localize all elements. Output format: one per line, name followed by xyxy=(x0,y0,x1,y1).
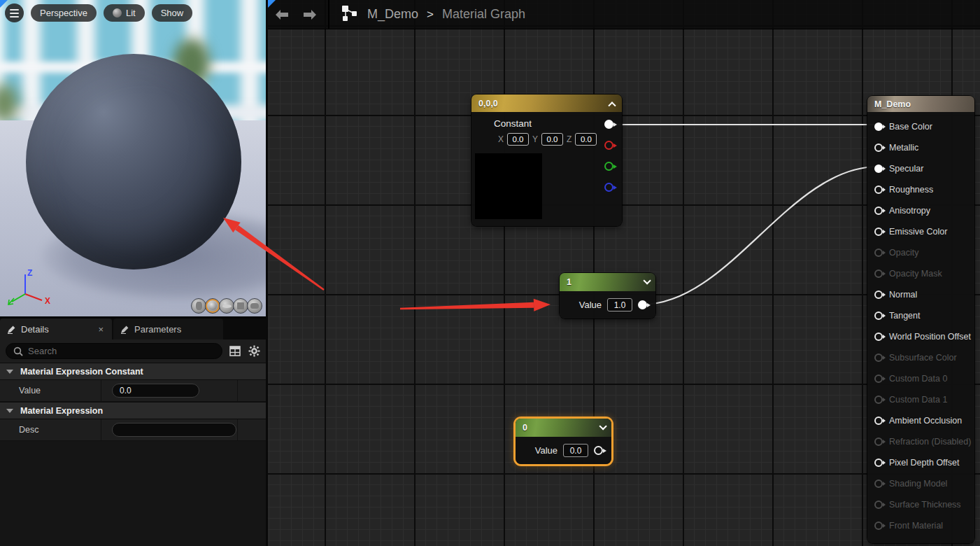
node-header[interactable]: 1 xyxy=(560,273,655,291)
material-pin-custom-data-0[interactable]: Custom Data 0 xyxy=(874,368,974,389)
value-input[interactable]: 0.0 xyxy=(563,444,588,457)
forward-button[interactable] xyxy=(296,0,324,29)
input-pin-icon[interactable] xyxy=(874,396,883,404)
desc-input[interactable] xyxy=(112,423,236,437)
input-pin-icon[interactable] xyxy=(874,227,883,236)
input-pin-icon[interactable] xyxy=(874,374,883,383)
pin-label: Roughness xyxy=(889,185,933,195)
material-pin-shading-model[interactable]: Shading Model xyxy=(874,473,974,494)
material-pin-opacity[interactable]: Opacity xyxy=(874,242,974,263)
pin-label: Ambient Occlusion xyxy=(889,416,962,426)
viewport-menu-button[interactable] xyxy=(5,4,24,22)
x-value-input[interactable]: 0.0 xyxy=(507,133,529,146)
input-pin-icon[interactable] xyxy=(874,522,883,530)
tab-parameters[interactable]: Parameters xyxy=(113,318,223,340)
material-pin-roughness[interactable]: Roughness xyxy=(874,179,974,200)
perspective-button[interactable]: Perspective xyxy=(31,4,97,22)
output-pin[interactable] xyxy=(638,300,647,309)
input-pin-icon[interactable] xyxy=(874,438,883,446)
input-pin-icon[interactable] xyxy=(874,312,883,320)
shape-button-sphere[interactable] xyxy=(205,298,220,314)
node-constant-0-selected[interactable]: 0 Value 0.0 xyxy=(516,419,611,464)
chevron-down-icon[interactable] xyxy=(599,422,606,430)
node-header[interactable]: 0 xyxy=(516,419,611,437)
axis-gizmo: Z X xyxy=(6,266,56,307)
search-box[interactable] xyxy=(6,343,222,359)
node-header[interactable]: 0,0,0 xyxy=(471,94,622,112)
axis-x-label: X xyxy=(45,296,50,306)
input-pin-icon[interactable] xyxy=(874,332,883,341)
material-pin-ambient-occlusion[interactable]: Ambient Occlusion xyxy=(874,410,974,431)
input-pin-icon[interactable] xyxy=(874,458,883,467)
settings-gear-icon[interactable] xyxy=(248,345,260,358)
input-pin-icon[interactable] xyxy=(874,206,883,215)
pin-label: Custom Data 1 xyxy=(889,395,947,405)
y-value-input[interactable]: 0.0 xyxy=(541,133,563,146)
material-pin-subsurface-color[interactable]: Subsurface Color xyxy=(874,347,974,368)
shape-button-cylinder[interactable] xyxy=(191,298,206,314)
input-pin-icon[interactable] xyxy=(874,144,883,152)
chevron-down-icon[interactable] xyxy=(643,276,651,284)
input-pin-icon[interactable] xyxy=(874,270,883,278)
axis-z-label: Z xyxy=(27,268,32,278)
material-pin-tangent[interactable]: Tangent xyxy=(874,305,974,326)
input-pin-icon[interactable] xyxy=(874,122,883,131)
pin-label: Opacity xyxy=(889,248,918,258)
input-pin-icon[interactable] xyxy=(874,500,883,509)
input-pin-icon[interactable] xyxy=(874,186,883,194)
output-pin-g[interactable] xyxy=(604,162,613,171)
material-pin-anisotropy[interactable]: Anisotropy xyxy=(874,200,974,221)
node-constant-1[interactable]: 1 Value 1.0 xyxy=(560,273,655,318)
property-label: Value xyxy=(0,380,101,401)
node-material-result[interactable]: M_Demo Base ColorMetallicSpecularRoughne… xyxy=(867,96,974,543)
material-editor-window: Perspective Lit Show Z X xyxy=(0,0,980,546)
input-pin-icon[interactable] xyxy=(874,354,883,362)
material-graph-canvas[interactable]: M_Demo > Material Graph 0,0,0 Constant X… xyxy=(268,0,980,546)
material-pin-metallic[interactable]: Metallic xyxy=(874,137,974,158)
value-input[interactable]: 0.0 xyxy=(112,384,199,398)
material-pin-base-color[interactable]: Base Color xyxy=(874,116,974,137)
input-pin-icon[interactable] xyxy=(874,290,883,299)
material-pin-refraction-disabled-[interactable]: Refraction (Disabled) xyxy=(874,431,974,452)
output-pin[interactable] xyxy=(594,446,603,455)
lit-mode-button[interactable]: Lit xyxy=(104,4,145,22)
material-pin-normal[interactable]: Normal xyxy=(874,284,974,305)
material-pin-custom-data-1[interactable]: Custom Data 1 xyxy=(874,389,974,410)
breadcrumb-material[interactable]: M_Demo xyxy=(367,7,418,22)
node-constant3vector[interactable]: 0,0,0 Constant X 0.0 Y 0.0 Z 0.0 xyxy=(471,94,622,226)
section-material-expression[interactable]: Material Expression xyxy=(0,402,266,419)
z-value-input[interactable]: 0.0 xyxy=(575,133,597,146)
input-pin-icon[interactable] xyxy=(874,479,883,488)
input-pin-icon[interactable] xyxy=(874,164,883,173)
material-pin-specular[interactable]: Specular xyxy=(874,158,974,179)
material-pin-world-position-offset[interactable]: World Position Offset xyxy=(874,326,974,347)
collapse-triangle-icon xyxy=(6,409,13,413)
shape-button-teapot[interactable] xyxy=(247,298,262,314)
material-pin-pixel-depth-offset[interactable]: Pixel Depth Offset xyxy=(874,452,974,473)
chevron-up-icon[interactable] xyxy=(608,102,616,109)
breadcrumb-current: Material Graph xyxy=(442,7,525,22)
input-pin-icon[interactable] xyxy=(874,248,883,257)
output-pin-b[interactable] xyxy=(604,183,613,192)
tab-details[interactable]: Details × xyxy=(0,318,112,340)
input-pin-icon[interactable] xyxy=(874,416,883,425)
viewport-toolbar: Perspective Lit Show xyxy=(5,4,192,22)
output-pin-r[interactable] xyxy=(604,141,613,150)
preview-viewport[interactable]: Perspective Lit Show Z X xyxy=(0,0,266,316)
property-label: Desc xyxy=(0,419,101,440)
search-input[interactable] xyxy=(28,346,215,356)
show-button[interactable]: Show xyxy=(152,4,193,22)
shape-button-plane[interactable] xyxy=(219,298,234,314)
output-pin-rgb[interactable] xyxy=(604,120,613,129)
material-pin-opacity-mask[interactable]: Opacity Mask xyxy=(874,263,974,284)
section-material-expression-constant[interactable]: Material Expression Constant xyxy=(0,363,266,380)
material-pin-front-material[interactable]: Front Material xyxy=(874,515,974,536)
material-pin-surface-thickness[interactable]: Surface Thickness xyxy=(874,494,974,515)
preview-sphere xyxy=(26,54,241,270)
node-header[interactable]: M_Demo xyxy=(867,96,974,112)
material-pin-emissive-color[interactable]: Emissive Color xyxy=(874,221,974,242)
value-input[interactable]: 1.0 xyxy=(607,298,632,312)
display-filter-icon[interactable] xyxy=(229,345,241,358)
close-icon[interactable]: × xyxy=(97,324,105,335)
shape-button-cube[interactable] xyxy=(233,298,248,314)
